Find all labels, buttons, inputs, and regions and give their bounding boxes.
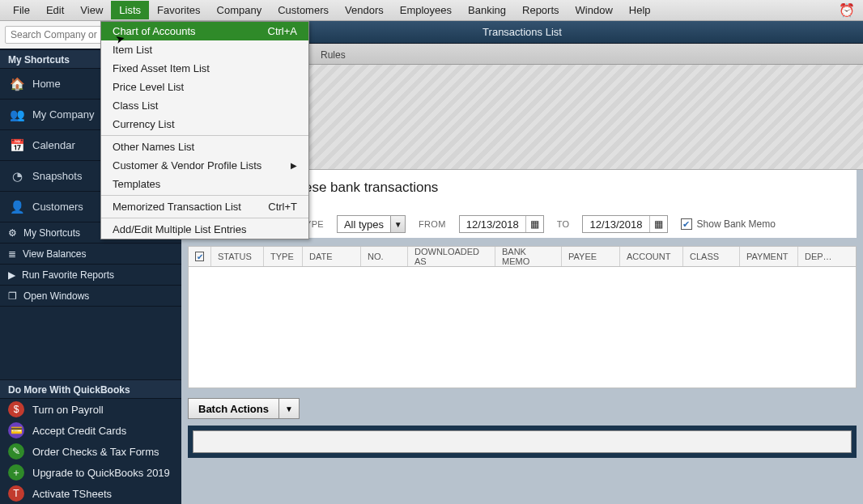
col-date[interactable]: DATE xyxy=(303,247,361,266)
table-body-empty xyxy=(188,267,857,388)
type-select[interactable]: All types▼ xyxy=(337,215,406,233)
domore-payroll[interactable]: $Turn on Payroll xyxy=(0,399,181,420)
from-value: 12/13/2018 xyxy=(460,218,525,231)
menubar: File Edit View Lists Favorites Company C… xyxy=(0,0,863,21)
gear-icon: ⚙ xyxy=(8,227,17,239)
menu-favorites[interactable]: Favorites xyxy=(149,1,208,19)
tool-openwindows[interactable]: ❐Open Windows xyxy=(0,286,181,307)
from-date[interactable]: 12/13/2018▦ xyxy=(459,215,544,233)
menu-separator xyxy=(101,195,308,196)
batch-actions-button[interactable]: Batch Actions ▼ xyxy=(188,398,300,419)
report-icon: ▶ xyxy=(8,269,15,281)
customers-icon: 👤 xyxy=(10,200,24,214)
tool-runreports[interactable]: ▶Run Favorite Reports xyxy=(0,265,181,286)
menu-reports[interactable]: Reports xyxy=(514,1,568,19)
domore-label: Activate TSheets xyxy=(32,488,112,500)
menu-separator xyxy=(101,218,308,218)
menu-edit[interactable]: Edit xyxy=(38,1,72,19)
tool-viewbalances[interactable]: ≣View Balances xyxy=(0,244,181,265)
col-payment[interactable]: PAYMENT xyxy=(740,247,798,266)
calendar-icon: 📅 xyxy=(10,138,24,153)
menu-file[interactable]: File xyxy=(5,1,38,19)
col-checkbox[interactable]: ✔ xyxy=(189,247,211,266)
col-no[interactable]: NO. xyxy=(361,247,408,266)
domore-order[interactable]: ✎Order Checks & Tax Forms xyxy=(0,441,181,462)
sidebar-item-label: My Company xyxy=(32,108,95,121)
mi-memorized-tx[interactable]: Memorized Transaction List Ctrl+T xyxy=(101,197,308,216)
tool-label: Open Windows xyxy=(23,290,89,302)
domore-upgrade[interactable]: ＋Upgrade to QuickBooks 2019 xyxy=(0,462,181,483)
calendar-icon: ▦ xyxy=(649,216,667,232)
to-date[interactable]: 12/13/2018▦ xyxy=(582,215,667,233)
domore-label: Turn on Payroll xyxy=(32,404,104,416)
menu-view[interactable]: View xyxy=(72,1,111,19)
mi-shortcut: Ctrl+A xyxy=(268,25,297,37)
lists-dropdown: Chart of Accounts Ctrl+A Item List Fixed… xyxy=(100,21,309,239)
payroll-icon: $ xyxy=(8,401,24,417)
to-value: 12/13/2018 xyxy=(583,218,648,231)
footer-panel xyxy=(188,426,857,458)
windows-icon: ❐ xyxy=(8,290,17,302)
calendar-icon: ▦ xyxy=(525,216,543,232)
col-type[interactable]: TYPE xyxy=(264,247,303,266)
sidebar-item-label: Calendar xyxy=(32,139,75,151)
menu-window[interactable]: Window xyxy=(568,1,621,19)
home-icon: 🏠 xyxy=(10,77,24,91)
mi-cust-vendor-profile[interactable]: Customer & Vendor Profile Lists xyxy=(101,156,308,175)
checkbox-label: Show Bank Memo xyxy=(697,218,776,230)
from-label: FROM xyxy=(419,219,446,229)
menu-vendors[interactable]: Vendors xyxy=(337,1,392,19)
domore-label: Accept Credit Cards xyxy=(32,425,126,437)
show-bank-memo-checkbox[interactable]: ✔ Show Bank Memo xyxy=(681,218,776,230)
menu-help[interactable]: Help xyxy=(621,1,659,19)
menu-separator xyxy=(101,135,308,136)
chevron-down-icon: ▼ xyxy=(390,216,405,232)
sidebar-item-label: Snapshots xyxy=(32,170,82,182)
tool-label: Run Favorite Reports xyxy=(22,269,114,281)
domore-cards[interactable]: 💳Accept Credit Cards xyxy=(0,420,181,441)
mi-other-names[interactable]: Other Names List xyxy=(101,138,308,156)
col-payee[interactable]: PAYEE xyxy=(562,247,620,266)
mi-price-level[interactable]: Price Level List xyxy=(101,78,308,96)
mi-fixed-asset[interactable]: Fixed Asset Item List xyxy=(101,59,308,78)
mi-class-list[interactable]: Class List xyxy=(101,96,308,115)
tool-label: View Balances xyxy=(23,248,87,260)
mi-label: Chart of Accounts xyxy=(113,25,196,37)
col-bank-memo[interactable]: BANK MEMO xyxy=(495,247,562,266)
mi-templates[interactable]: Templates xyxy=(101,175,308,193)
batch-bar: Batch Actions ▼ xyxy=(188,398,857,419)
tab-rules[interactable]: Rules xyxy=(309,46,357,64)
sidebar-item-label: Home xyxy=(32,78,61,90)
menu-lists[interactable]: Lists xyxy=(111,1,149,19)
col-class[interactable]: CLASS xyxy=(683,247,740,266)
domore-label: Upgrade to QuickBooks 2019 xyxy=(32,467,170,479)
menu-employees[interactable]: Employees xyxy=(392,1,460,19)
mi-currency-list[interactable]: Currency List xyxy=(101,115,308,133)
col-deposit[interactable]: DEP… xyxy=(798,247,856,266)
upgrade-icon: ＋ xyxy=(8,464,24,481)
snapshot-icon: ◔ xyxy=(10,169,24,184)
chevron-down-icon: ▼ xyxy=(278,399,299,418)
mi-chart-of-accounts[interactable]: Chart of Accounts Ctrl+A xyxy=(101,22,308,40)
checkbox-icon: ✔ xyxy=(681,218,692,230)
table-header: ✔ STATUS TYPE DATE NO. DOWNLOADED AS BAN… xyxy=(188,246,857,267)
menu-banking[interactable]: Banking xyxy=(460,1,514,19)
batch-label: Batch Actions xyxy=(189,403,278,415)
balance-icon: ≣ xyxy=(8,248,16,260)
tool-label: My Shortcuts xyxy=(23,227,80,239)
mi-add-edit-multiple[interactable]: Add/Edit Multiple List Entries xyxy=(101,220,308,239)
menu-company[interactable]: Company xyxy=(209,1,270,19)
col-account[interactable]: ACCOUNT xyxy=(620,247,683,266)
mi-item-list[interactable]: Item List xyxy=(101,40,308,59)
domore-tsheets[interactable]: TActivate TSheets xyxy=(0,483,181,504)
tsheets-icon: T xyxy=(8,485,24,502)
col-status[interactable]: STATUS xyxy=(211,247,264,266)
domore-list: $Turn on Payroll 💳Accept Credit Cards ✎O… xyxy=(0,399,181,504)
cards-icon: 💳 xyxy=(8,422,24,438)
footer-inner xyxy=(193,430,852,453)
reminder-clock-icon[interactable]: ⏰ xyxy=(839,2,855,18)
menu-customers[interactable]: Customers xyxy=(270,1,337,19)
col-downloaded-as[interactable]: DOWNLOADED AS xyxy=(408,247,495,266)
sidebar-item-label: Customers xyxy=(32,201,83,213)
type-value: All types xyxy=(338,218,390,231)
